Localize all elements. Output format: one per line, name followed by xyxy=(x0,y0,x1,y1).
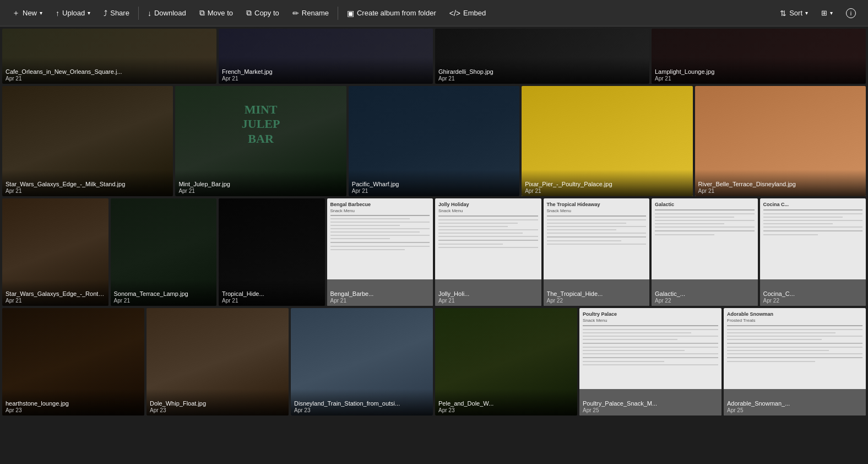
thumb-pacific-wharf-filename: Pacific_Wharf.jpg xyxy=(352,181,516,187)
new-button[interactable]: ＋ New ▾ xyxy=(7,5,48,21)
thumb-river-belle-date: Apr 21 xyxy=(698,188,862,194)
thumb-adorable-snowman-date: Apr 25 xyxy=(727,407,862,413)
thumb-lamplight-filename: Lamplight_Lounge.jpg xyxy=(655,68,862,75)
view-toggle-button[interactable]: ⊞ ▾ xyxy=(816,6,838,20)
thumb-french-filename: French_Market.jpg xyxy=(222,68,430,75)
sort-button[interactable]: ⇅ Sort ▾ xyxy=(774,6,813,21)
gallery: Cafe_Orleans_in_New_Orleans_Square.j... … xyxy=(0,26,868,464)
thumb-hearthstone-filename: hearthstone_lounge.jpg xyxy=(6,400,141,407)
plus-icon: ＋ xyxy=(12,8,20,18)
info-button[interactable]: i xyxy=(840,5,861,21)
thumb-poultry-palace-snack-date: Apr 25 xyxy=(583,407,718,413)
thumb-river-belle-label: River_Belle_Terrace_Disneyland.jpg Apr 2… xyxy=(695,170,866,196)
thumb-galactic-filename: Galactic_... xyxy=(655,290,755,297)
download-icon: ↓ xyxy=(148,9,151,18)
thumb-pixar-pier[interactable]: Pixar_Pier_-_Poultry_Palace.jpg Apr 21 xyxy=(522,86,692,196)
thumb-ronto-roa-date: Apr 21 xyxy=(6,298,105,304)
thumb-bengal-barbe[interactable]: Bengal Barbecue Snack Menu Bengal_Barbe.… xyxy=(327,198,433,306)
chevron-down-icon: ▾ xyxy=(40,10,42,16)
thumb-mint-julep[interactable]: MINTJULEPBAR Mint_Julep_Bar.jpg Apr 21 xyxy=(175,86,346,196)
grid-view-icon: ⊞ xyxy=(821,9,827,17)
thumb-tropical-hide-label: Tropical_Hide... Apr 21 xyxy=(219,279,325,306)
thumb-pele-dole-date: Apr 23 xyxy=(438,407,574,413)
thumb-disneyland-train[interactable]: Disneyland_Train_Station_from_outsi... A… xyxy=(291,308,433,416)
thumb-hearthstone[interactable]: hearthstone_lounge.jpg Apr 23 xyxy=(2,308,144,416)
rename-button[interactable]: ✏ Rename xyxy=(287,6,334,21)
thumb-bengal-barbe-date: Apr 21 xyxy=(330,298,430,304)
thumb-adorable-snowman-filename: Adorable_Snowman_... xyxy=(727,400,862,407)
thumb-starwars-milk-date: Apr 21 xyxy=(6,188,170,194)
thumb-ghirardelli[interactable]: Ghirardelli_Shop.jpg Apr 21 xyxy=(435,29,649,84)
thumb-tropical-hide2-date: Apr 22 xyxy=(547,298,647,304)
info-icon: i xyxy=(846,8,856,18)
thumb-tropical-hide-filename: Tropical_Hide... xyxy=(222,290,322,297)
thumb-tropical-hide2-label: The_Tropical_Hide... Apr 22 xyxy=(544,279,650,306)
move-to-button[interactable]: ⧉ Move to xyxy=(194,5,238,21)
copy-to-button[interactable]: ⧉ Copy to xyxy=(241,5,285,21)
thumb-french-label: French_Market.jpg Apr 21 xyxy=(219,57,433,84)
thumb-starwars-milk-filename: Star_Wars_Galaxys_Edge_-_Milk_Stand.jpg xyxy=(6,181,170,187)
sort-icon: ⇅ xyxy=(780,9,786,18)
thumb-ronto-roa-label: Star_Wars_Galaxys_Edge_-_Ronto_Roa... Ap… xyxy=(2,279,109,306)
thumb-tropical-hide[interactable]: Tropical_Hide... Apr 21 xyxy=(219,198,325,306)
thumb-galactic-label: Galactic_... Apr 22 xyxy=(652,279,758,306)
thumb-galactic[interactable]: Galactic Galactic_... Apr 22 xyxy=(652,198,758,306)
thumb-cocina-c-label: Cocina_C... Apr 22 xyxy=(760,279,866,306)
toolbar-separator xyxy=(138,7,139,20)
thumb-disneyland-train-filename: Disneyland_Train_Station_from_outsi... xyxy=(294,400,430,407)
thumb-river-belle[interactable]: River_Belle_Terrace_Disneyland.jpg Apr 2… xyxy=(695,86,866,196)
thumb-cocina-c[interactable]: Cocina C... Cocina_C... Apr 22 xyxy=(760,198,866,306)
thumb-cafe[interactable]: Cafe_Orleans_in_New_Orleans_Square.j... … xyxy=(2,29,216,84)
thumb-jolly-holi-label: Jolly_Holi... Apr 21 xyxy=(435,279,541,306)
upload-button[interactable]: ↑ Upload ▾ xyxy=(50,6,96,21)
thumb-adorable-snowman-label: Adorable_Snowman_... Apr 25 xyxy=(724,389,866,416)
thumb-lamplight-date: Apr 21 xyxy=(655,75,862,82)
thumb-starwars-milk[interactable]: Star_Wars_Galaxys_Edge_-_Milk_Stand.jpg … xyxy=(2,86,173,196)
thumb-pacific-wharf[interactable]: Pacific_Wharf.jpg Apr 21 xyxy=(349,86,519,196)
thumb-sonoma-lamp-filename: Sonoma_Terrace_Lamp.jpg xyxy=(114,290,214,297)
thumb-pixar-pier-label: Pixar_Pier_-_Poultry_Palace.jpg Apr 21 xyxy=(522,170,692,196)
thumb-ghirardelli-filename: Ghirardelli_Shop.jpg xyxy=(438,68,646,75)
embed-button[interactable]: </> Embed xyxy=(444,6,491,21)
thumb-tropical-hide2[interactable]: The Tropical Hideaway Snack Menu The_Tro… xyxy=(544,198,650,306)
thumb-jolly-holi[interactable]: Jolly Holiday Snack Menu Jolly_Holi... A… xyxy=(435,198,541,306)
download-button[interactable]: ↓ Download xyxy=(142,6,192,21)
thumb-pele-dole-label: Pele_and_Dole_W... Apr 23 xyxy=(435,389,577,416)
thumb-mint-julep-date: Apr 21 xyxy=(178,188,343,194)
create-album-button[interactable]: ▣ Create album from folder xyxy=(341,6,442,21)
chevron-down-icon: ▾ xyxy=(88,10,90,16)
thumb-pixar-pier-filename: Pixar_Pier_-_Poultry_Palace.jpg xyxy=(525,181,689,187)
move-icon: ⧉ xyxy=(199,8,205,18)
copy-icon: ⧉ xyxy=(246,8,252,18)
thumb-sonoma-lamp-label: Sonoma_Terrace_Lamp.jpg Apr 21 xyxy=(111,279,217,306)
album-icon: ▣ xyxy=(347,9,354,18)
thumb-disneyland-train-label: Disneyland_Train_Station_from_outsi... A… xyxy=(291,389,433,416)
share-button[interactable]: ⤴ Share xyxy=(98,6,135,21)
thumb-pele-dole[interactable]: Pele_and_Dole_W... Apr 23 xyxy=(435,308,577,416)
thumb-poultry-palace-snack[interactable]: Poultry Palace Snack Menu Poultry_Palace… xyxy=(579,308,721,416)
thumb-dole-whip-filename: Dole_Whip_Float.jpg xyxy=(150,400,285,407)
thumb-mint-julep-label: Mint_Julep_Bar.jpg Apr 21 xyxy=(175,170,346,196)
thumb-dole-whip-date: Apr 23 xyxy=(150,407,285,413)
thumb-tropical-hide2-filename: The_Tropical_Hide... xyxy=(547,290,647,297)
thumb-pele-dole-filename: Pele_and_Dole_W... xyxy=(438,400,574,407)
thumb-dole-whip[interactable]: Dole_Whip_Float.jpg Apr 23 xyxy=(147,308,289,416)
thumb-bengal-barbe-filename: Bengal_Barbe... xyxy=(330,290,430,297)
thumb-cocina-c-filename: Cocina_C... xyxy=(763,290,863,297)
thumb-sonoma-lamp[interactable]: Sonoma_Terrace_Lamp.jpg Apr 21 xyxy=(111,198,217,306)
thumb-ronto-roa-filename: Star_Wars_Galaxys_Edge_-_Ronto_Roa... xyxy=(6,290,105,297)
thumb-lamplight[interactable]: Lamplight_Lounge.jpg Apr 21 xyxy=(652,29,866,84)
toolbar-separator2 xyxy=(338,7,338,20)
thumb-pixar-pier-date: Apr 21 xyxy=(525,188,689,194)
thumb-ronto-roa[interactable]: Star_Wars_Galaxys_Edge_-_Ronto_Roa... Ap… xyxy=(2,198,109,306)
thumb-hearthstone-date: Apr 23 xyxy=(6,407,141,413)
thumb-adorable-snowman[interactable]: Adorable Snowman Frosted Treats Adorable… xyxy=(724,308,866,416)
thumb-jolly-holi-filename: Jolly_Holi... xyxy=(438,290,538,297)
upload-icon: ↑ xyxy=(56,9,59,18)
thumb-pacific-wharf-label: Pacific_Wharf.jpg Apr 21 xyxy=(349,170,519,196)
thumb-cocina-c-date: Apr 22 xyxy=(763,298,863,304)
thumb-mint-julep-filename: Mint_Julep_Bar.jpg xyxy=(178,181,343,187)
thumb-hearthstone-label: hearthstone_lounge.jpg Apr 23 xyxy=(2,389,144,416)
thumb-river-belle-filename: River_Belle_Terrace_Disneyland.jpg xyxy=(698,181,862,187)
thumb-french[interactable]: French_Market.jpg Apr 21 xyxy=(219,29,433,84)
